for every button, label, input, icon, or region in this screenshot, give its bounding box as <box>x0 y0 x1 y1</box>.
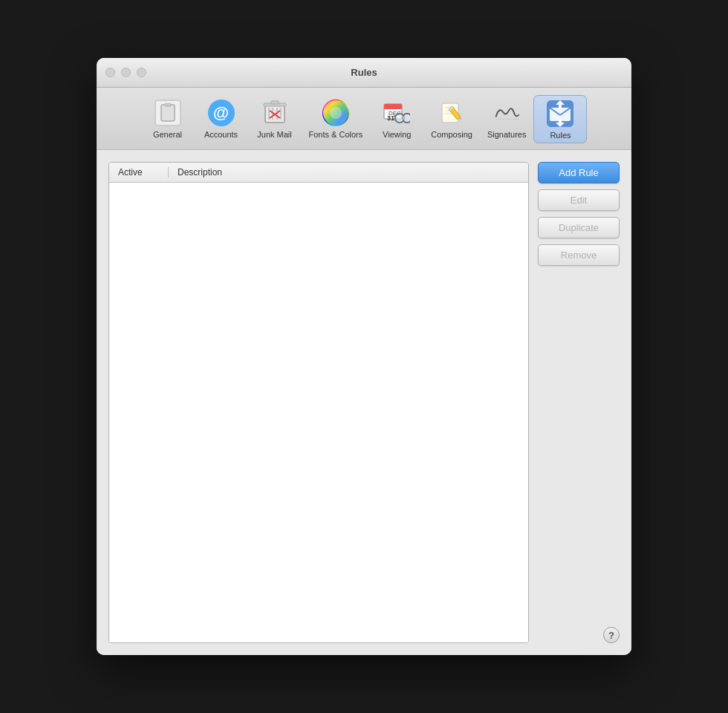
col-header-active: Active <box>109 167 169 178</box>
svg-rect-0 <box>161 105 175 121</box>
table-body <box>109 183 528 642</box>
svg-rect-16 <box>384 107 402 109</box>
close-button[interactable] <box>105 68 115 77</box>
junkmail-icon <box>261 100 288 126</box>
content-area: Active Description Add Rule Edit Duplica… <box>97 150 631 655</box>
svg-point-13 <box>330 107 342 119</box>
toolbar-item-composing[interactable]: Composing <box>423 95 480 143</box>
composing-icon <box>438 100 465 126</box>
traffic-lights <box>105 68 146 77</box>
svg-rect-9 <box>271 101 279 104</box>
viewing-icon: DEC 31 <box>383 100 410 126</box>
viewing-label: Viewing <box>383 130 411 139</box>
accounts-icon: @ <box>208 100 235 126</box>
svg-rect-1 <box>165 103 171 106</box>
signatures-icon-wrap <box>492 98 521 128</box>
accounts-label: Accounts <box>204 130 238 139</box>
rules-icon-wrap <box>545 99 575 128</box>
rules-icon <box>547 100 573 127</box>
toolbar-item-accounts[interactable]: @ Accounts <box>195 95 248 143</box>
fonts-label: Fonts & Colors <box>309 130 363 139</box>
signatures-icon <box>493 100 520 126</box>
toolbar-item-signatures[interactable]: Signatures <box>480 95 534 143</box>
help-button-container: ? <box>538 272 620 643</box>
remove-button[interactable]: Remove <box>538 244 620 266</box>
toolbar-item-general[interactable]: General <box>141 95 195 143</box>
general-icon <box>155 100 181 126</box>
svg-line-22 <box>394 116 395 117</box>
rules-label: Rules <box>550 131 571 140</box>
table-header: Active Description <box>109 163 528 183</box>
help-button[interactable]: ? <box>603 627 620 643</box>
toolbar-item-junkmail[interactable]: Junk Mail <box>248 95 302 143</box>
signatures-label: Signatures <box>487 130 527 139</box>
window-title: Rules <box>351 67 377 78</box>
svg-point-24 <box>396 114 404 123</box>
composing-icon-wrap <box>437 98 467 128</box>
add-rule-button[interactable]: Add Rule <box>538 162 620 183</box>
col-header-description: Description <box>169 167 528 178</box>
general-icon-wrap <box>153 98 183 128</box>
toolbar-item-fonts[interactable]: Fonts & Colors <box>302 95 371 143</box>
composing-label: Composing <box>431 130 472 139</box>
duplicate-button[interactable]: Duplicate <box>538 217 620 238</box>
title-bar: Rules <box>97 58 631 88</box>
fonts-icon <box>322 100 349 126</box>
maximize-button[interactable] <box>137 68 146 77</box>
toolbar: General @ Accounts <box>97 88 631 150</box>
toolbar-item-viewing[interactable]: DEC 31 Viewing <box>370 95 423 143</box>
minimize-button[interactable] <box>121 68 131 77</box>
buttons-panel: Add Rule Edit Duplicate Remove ? <box>538 162 620 643</box>
rules-table: Active Description <box>108 162 529 643</box>
svg-text:31: 31 <box>387 114 394 122</box>
fonts-icon-wrap <box>321 98 351 128</box>
junkmail-label: Junk Mail <box>257 130 291 139</box>
edit-button[interactable]: Edit <box>538 189 620 211</box>
general-label: General <box>153 130 182 139</box>
viewing-icon-wrap: DEC 31 <box>382 98 412 128</box>
main-window: Rules General @ Accounts <box>97 58 631 655</box>
accounts-icon-wrap: @ <box>207 98 236 128</box>
junkmail-icon-wrap <box>260 98 290 128</box>
toolbar-item-rules[interactable]: Rules <box>533 95 587 143</box>
